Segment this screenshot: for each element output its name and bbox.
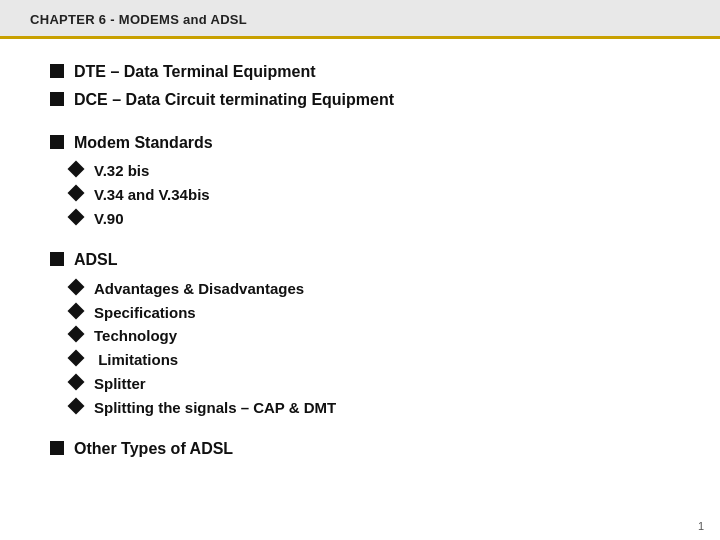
- sub-item-specifications: Specifications: [70, 302, 680, 324]
- sub-item-advantages: Advantages & Disadvantages: [70, 278, 680, 300]
- sub-item-splitting: Splitting the signals – CAP & DMT: [70, 397, 680, 419]
- sub-item-technology-text: Technology: [94, 325, 177, 347]
- diamond-icon: [68, 326, 85, 343]
- diamond-icon: [68, 208, 85, 225]
- header-title: CHAPTER 6 - MODEMS and ADSL: [30, 12, 247, 27]
- item-dte: DTE – Data Terminal Equipment: [50, 61, 680, 83]
- sub-item-splitter-text: Splitter: [94, 373, 146, 395]
- item-modem-standards: Modem Standards: [50, 132, 680, 154]
- bullet-square-icon: [50, 135, 64, 149]
- slide-content: DTE – Data Terminal Equipment DCE – Data…: [0, 39, 720, 540]
- page-number: 1: [698, 520, 704, 532]
- diamond-icon: [68, 350, 85, 367]
- item-adsl-text: ADSL: [74, 249, 118, 271]
- diamond-icon: [68, 302, 85, 319]
- sub-item-specifications-text: Specifications: [94, 302, 196, 324]
- diamond-icon: [68, 397, 85, 414]
- bullet-square-icon: [50, 64, 64, 78]
- item-modem-standards-text: Modem Standards: [74, 132, 213, 154]
- diamond-icon: [68, 373, 85, 390]
- gap3: [50, 424, 680, 438]
- sub-item-v90-text: V.90: [94, 208, 123, 230]
- sub-item-splitting-text: Splitting the signals – CAP & DMT: [94, 397, 336, 419]
- sub-item-v90: V.90: [70, 208, 680, 230]
- bullet-square-icon: [50, 441, 64, 455]
- diamond-icon: [68, 161, 85, 178]
- sub-item-splitter: Splitter: [70, 373, 680, 395]
- gap2: [50, 235, 680, 249]
- diamond-icon: [68, 184, 85, 201]
- sub-item-technology: Technology: [70, 325, 680, 347]
- item-other-adsl-text: Other Types of ADSL: [74, 438, 233, 460]
- sub-item-advantages-text: Advantages & Disadvantages: [94, 278, 304, 300]
- sub-item-limitations: Limitations: [70, 349, 680, 371]
- item-other-adsl: Other Types of ADSL: [50, 438, 680, 460]
- item-adsl: ADSL: [50, 249, 680, 271]
- sub-item-v32-text: V.32 bis: [94, 160, 149, 182]
- slide-header: CHAPTER 6 - MODEMS and ADSL: [0, 0, 720, 39]
- sub-item-v34-text: V.34 and V.34bis: [94, 184, 210, 206]
- sub-item-v34: V.34 and V.34bis: [70, 184, 680, 206]
- item-dte-text: DTE – Data Terminal Equipment: [74, 61, 316, 83]
- adsl-sub-items: Advantages & Disadvantages Specification…: [70, 278, 680, 421]
- modem-sub-items: V.32 bis V.34 and V.34bis V.90: [70, 160, 680, 231]
- bullet-square-icon: [50, 92, 64, 106]
- sub-item-limitations-text: Limitations: [94, 349, 178, 371]
- item-dce: DCE – Data Circuit terminating Equipment: [50, 89, 680, 111]
- gap1: [50, 118, 680, 132]
- item-dce-text: DCE – Data Circuit terminating Equipment: [74, 89, 394, 111]
- sub-item-v32: V.32 bis: [70, 160, 680, 182]
- slide: CHAPTER 6 - MODEMS and ADSL DTE – Data T…: [0, 0, 720, 540]
- bullet-square-icon: [50, 252, 64, 266]
- diamond-icon: [68, 278, 85, 295]
